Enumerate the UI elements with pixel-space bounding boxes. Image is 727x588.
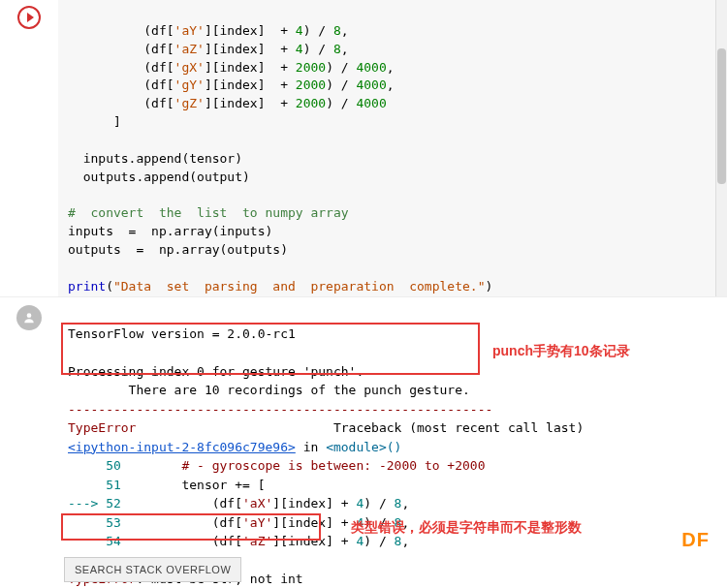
- annotation-text-typeerror: 类型错误，必须是字符串而不是整形数: [351, 519, 582, 537]
- processing-line: There are 10 recordings of the punch ges…: [68, 383, 470, 397]
- code-line: (df['aZ'][index] + 4) / 8,: [68, 42, 349, 56]
- code-scrollbar[interactable]: [715, 0, 727, 296]
- code-editor[interactable]: (df['aY'][index] + 4) / 8, (df['aZ'][ind…: [58, 0, 727, 296]
- traceback-tail: Traceback (most recent call last): [333, 420, 584, 435]
- code-line: outputs.append(output): [68, 170, 250, 184]
- traceback-row: 50 # - gyroscope is between: -2000 to +2…: [68, 458, 486, 473]
- code-cell: (df['aY'][index] + 4) / 8, (df['aZ'][ind…: [0, 0, 727, 296]
- code-gutter: [0, 0, 58, 296]
- search-stack-overflow-button[interactable]: SEARCH STACK OVERFLOW: [64, 557, 241, 582]
- code-line: print("Data set parsing and preparation …: [68, 279, 492, 294]
- code-line: (df['aY'][index] + 4) / 8,: [68, 23, 349, 38]
- separator-line: ----------------------------------------…: [68, 402, 492, 417]
- code-line: (df['gZ'][index] + 2000) / 4000: [68, 96, 387, 110]
- avatar-icon: [16, 305, 42, 330]
- run-cell-button[interactable]: [17, 6, 41, 29]
- module-paren: (): [387, 440, 402, 454]
- code-line: inputs = np.array(inputs): [68, 224, 272, 238]
- code-line: (df['gY'][index] + 2000) / 4000,: [68, 77, 395, 92]
- code-line: inputs.append(tensor): [68, 151, 242, 166]
- code-line: [68, 133, 76, 147]
- code-line: ]: [68, 114, 121, 129]
- annotation-text-punch: punch手势有10条记录: [492, 343, 630, 360]
- ipython-ref-link[interactable]: <ipython-input-2-8fc096c79e96>: [68, 440, 296, 454]
- code-line: [68, 187, 76, 201]
- code-line: outputs = np.array(outputs): [68, 242, 288, 257]
- code-line: [68, 261, 76, 275]
- df-logo: DF: [681, 529, 710, 551]
- module-ref: <module>: [326, 440, 387, 454]
- code-comment: # convert the list to numpy array: [68, 205, 349, 220]
- scrollbar-thumb[interactable]: [717, 48, 726, 184]
- traceback-spacer: [136, 420, 333, 435]
- in-word: in: [296, 440, 326, 454]
- svg-point-0: [27, 313, 32, 318]
- traceback-row: ---> 52 (df['aX'][index] + 4) / 8,: [68, 496, 409, 511]
- traceback-row: 51 tensor += [: [68, 478, 266, 492]
- code-line: (df['gX'][index] + 2000) / 4000,: [68, 60, 395, 75]
- annotation-box-processing: [61, 323, 480, 375]
- output-gutter: [0, 297, 58, 588]
- annotation-box-error: [61, 513, 321, 541]
- error-type: TypeError: [68, 420, 136, 435]
